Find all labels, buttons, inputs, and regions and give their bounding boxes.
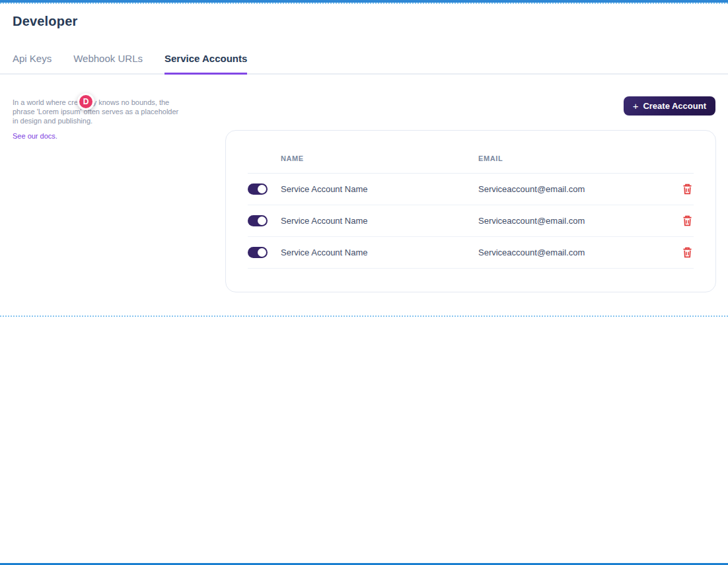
section-divider [0,316,728,317]
create-account-label: Create Account [643,101,706,111]
table-row: Service Account Name Serviceaccount@emai… [248,174,694,205]
toggle-knob [258,216,266,225]
plus-icon: + [633,101,639,111]
intro-section: In a world where creativity knows no bou… [13,98,183,141]
tab-bar: Api Keys Webhook URLs Service Accounts [0,53,728,75]
service-accounts-card: NAME EMAIL Service Account Name Servicea… [225,130,716,292]
column-header-toggle [248,162,281,173]
service-account-email: Serviceaccount@email.com [478,216,674,226]
enable-toggle[interactable] [248,215,268,226]
trash-icon [682,183,692,195]
service-account-name: Service Account Name [281,248,478,257]
enable-toggle[interactable] [248,183,268,195]
page-title: Developer [13,14,78,29]
avatar-badge: D [77,93,94,110]
column-header-name: NAME [281,154,478,173]
column-header-actions [674,162,694,173]
service-account-email: Serviceaccount@email.com [478,184,674,194]
tab-api-keys[interactable]: Api Keys [13,53,52,75]
delete-button[interactable] [680,215,694,228]
toggle-knob [258,185,266,193]
trash-icon [682,215,692,226]
service-account-name: Service Account Name [281,216,478,226]
tab-webhook-urls[interactable]: Webhook URLs [73,53,143,75]
service-account-email: Serviceaccount@email.com [478,248,674,257]
enable-toggle[interactable] [248,247,268,258]
table-row: Service Account Name Serviceaccount@emai… [248,205,694,237]
column-header-email: EMAIL [478,154,674,173]
delete-button[interactable] [680,246,694,259]
service-account-name: Service Account Name [281,184,478,194]
docs-link[interactable]: See our docs. [13,132,57,140]
table-row: Service Account Name Serviceaccount@emai… [248,237,694,269]
trash-icon [682,247,692,258]
intro-description: In a world where creativity knows no bou… [13,98,183,125]
tab-service-accounts[interactable]: Service Accounts [164,53,247,75]
toggle-knob [258,248,266,257]
create-account-button[interactable]: + Create Account [624,96,715,116]
table-header-row: NAME EMAIL [248,131,694,174]
delete-button[interactable] [680,183,694,196]
top-dotted-line [0,3,728,4]
